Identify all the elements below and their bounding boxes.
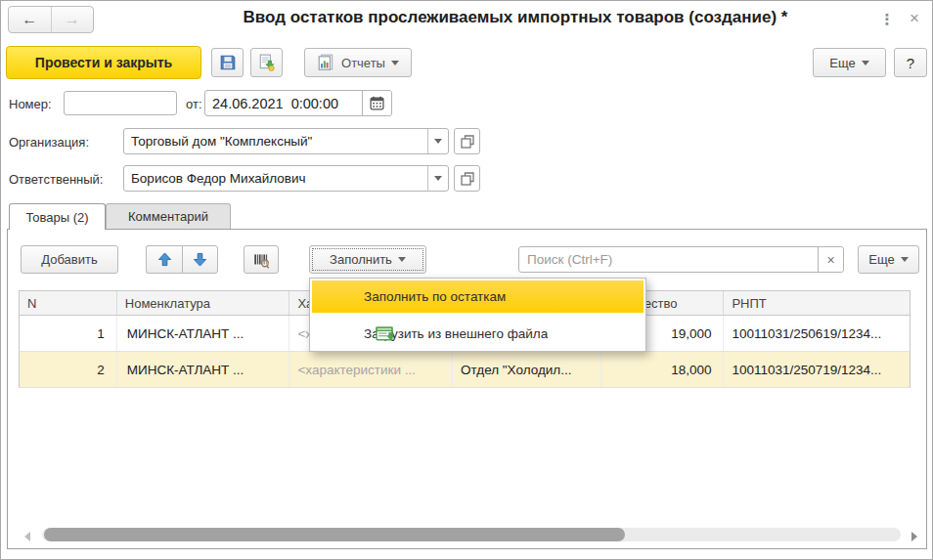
move-row-group: [146, 245, 218, 274]
tab-goods[interactable]: Товары (2): [9, 203, 106, 230]
tab-comment-label: Комментарий: [128, 209, 208, 224]
tab-comment[interactable]: Комментарий: [106, 203, 231, 229]
clear-icon: ×: [826, 252, 834, 268]
cell-rnpt[interactable]: 10011031/250619/1234...: [724, 316, 910, 351]
number-input[interactable]: [64, 91, 177, 115]
scroll-right-icon[interactable]: [911, 532, 917, 541]
organization-field[interactable]: Торговый дом "Комплексный": [123, 128, 449, 154]
arrow-up-icon: [157, 252, 172, 267]
calendar-button[interactable]: [362, 91, 391, 115]
save-icon: [219, 54, 237, 71]
more-table-label: Еще: [868, 252, 894, 267]
back-button[interactable]: ←: [9, 7, 52, 32]
page-title: Ввод остатков прослеживаемых импортных т…: [148, 8, 883, 27]
search-field: ×: [518, 246, 844, 273]
cell-rnpt[interactable]: 10011031/250719/1234...: [724, 352, 910, 387]
organization-dropdown-button[interactable]: [427, 129, 448, 153]
date-field[interactable]: 24.06.2021 0:00:00: [204, 90, 392, 116]
barcode-scan-button[interactable]: [244, 245, 279, 274]
cell-quantity[interactable]: 18,000: [601, 352, 725, 387]
more-button-top[interactable]: Еще: [813, 48, 886, 77]
scroll-left-icon[interactable]: [24, 532, 30, 541]
number-label: Номер:: [9, 97, 52, 111]
forward-arrow-icon: →: [65, 11, 80, 28]
post-document-button[interactable]: [250, 48, 283, 77]
menu-item-label: Заполнить по остаткам: [364, 289, 506, 304]
open-form-icon: [461, 135, 474, 149]
import-file-icon: [376, 325, 394, 342]
tab-goods-label: Товары (2): [25, 210, 88, 225]
chevron-down-icon: [901, 257, 909, 262]
chevron-down-icon: [434, 139, 442, 144]
fill-dropdown-menu: Заполнить по остаткам Загрузить из внешн…: [309, 278, 646, 352]
add-row-label: Добавить: [41, 252, 97, 267]
open-form-icon: [461, 172, 474, 186]
responsible-value[interactable]: Борисов Федор Михайлович: [124, 166, 427, 191]
organization-value[interactable]: Торговый дом "Комплексный": [124, 129, 427, 153]
menu-item-fill-by-balances[interactable]: Заполнить по остаткам: [312, 280, 644, 313]
post-and-close-button[interactable]: Провести и закрыть: [6, 46, 201, 79]
column-header-n[interactable]: N: [20, 291, 117, 315]
forward-button[interactable]: →: [52, 7, 94, 32]
help-button[interactable]: ?: [894, 48, 927, 77]
cell-department[interactable]: Отдел "Холодил...: [453, 352, 601, 387]
reports-button[interactable]: Отчеты: [304, 48, 412, 77]
post-and-close-label: Провести и закрыть: [35, 55, 172, 70]
organization-open-button[interactable]: [454, 128, 480, 154]
move-row-down-button[interactable]: [182, 245, 218, 274]
document-window: ← → Ввод остатков прослеживаемых импортн…: [0, 0, 933, 560]
more-button-table[interactable]: Еще: [858, 245, 919, 274]
fill-button[interactable]: Заполнить: [309, 245, 426, 274]
move-row-up-button[interactable]: [146, 245, 182, 274]
cell-n[interactable]: 2: [20, 352, 117, 387]
chevron-down-icon: [862, 61, 869, 65]
responsible-open-button[interactable]: [454, 165, 480, 192]
cell-characteristic[interactable]: <характеристики ...: [289, 352, 453, 387]
nav-button-group: ← →: [8, 6, 94, 33]
save-button[interactable]: [211, 48, 244, 77]
calendar-icon: [370, 96, 384, 110]
organization-label: Организация:: [9, 135, 89, 150]
more-label: Еще: [829, 56, 855, 70]
report-chart-icon: [317, 54, 335, 71]
cell-n[interactable]: 1: [20, 316, 117, 351]
back-arrow-icon: ←: [22, 11, 37, 28]
add-row-button[interactable]: Добавить: [21, 245, 118, 274]
chevron-down-icon: [434, 176, 442, 181]
cell-nomenclature[interactable]: МИНСК-АТЛАНТ ...: [117, 352, 290, 387]
reports-label: Отчеты: [341, 56, 385, 70]
help-label: ?: [907, 55, 914, 71]
barcode-search-icon: [252, 251, 271, 269]
chevron-down-icon: [391, 61, 399, 65]
responsible-dropdown-button[interactable]: [427, 166, 448, 191]
column-header-nomenclature[interactable]: Номенклатура: [117, 291, 290, 315]
post-document-icon: [258, 54, 276, 71]
fill-label: Заполнить: [330, 252, 392, 267]
scrollbar-thumb[interactable]: [44, 528, 625, 541]
arrow-down-icon: [193, 252, 207, 267]
responsible-field[interactable]: Борисов Федор Михайлович: [123, 165, 449, 192]
search-input[interactable]: [519, 247, 818, 272]
date-label: от:: [186, 97, 202, 111]
kebab-menu-icon[interactable]: ⋮: [877, 8, 897, 31]
date-value[interactable]: 24.06.2021 0:00:00: [205, 91, 362, 115]
cell-nomenclature[interactable]: МИНСК-АТЛАНТ ...: [117, 316, 290, 351]
close-icon[interactable]: ×: [904, 7, 925, 30]
chevron-down-icon: [398, 257, 406, 262]
table-row-selected[interactable]: 2 МИНСК-АТЛАНТ ... <характеристики ... О…: [19, 352, 911, 388]
responsible-label: Ответственный:: [9, 172, 103, 187]
horizontal-scrollbar[interactable]: [42, 528, 901, 541]
search-clear-button[interactable]: ×: [818, 247, 843, 272]
menu-item-load-external-file[interactable]: Загрузить из внешнего файла: [312, 319, 644, 348]
column-header-rnpt[interactable]: РНПТ: [724, 291, 910, 315]
